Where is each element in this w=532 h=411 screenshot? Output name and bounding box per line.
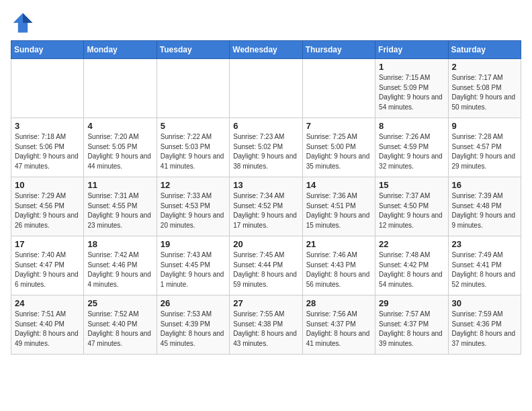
calendar-cell: 28Sunrise: 7:56 AM Sunset: 4:37 PM Dayli… xyxy=(302,295,375,355)
day-info: Sunrise: 7:20 AM Sunset: 5:05 PM Dayligh… xyxy=(87,132,152,171)
calendar-week-row: 10Sunrise: 7:29 AM Sunset: 4:56 PM Dayli… xyxy=(11,177,521,236)
day-info: Sunrise: 7:22 AM Sunset: 5:03 PM Dayligh… xyxy=(161,132,226,171)
calendar-cell: 25Sunrise: 7:52 AM Sunset: 4:40 PM Dayli… xyxy=(84,295,157,355)
calendar-cell: 14Sunrise: 7:36 AM Sunset: 4:51 PM Dayli… xyxy=(302,177,375,236)
calendar-cell: 13Sunrise: 7:34 AM Sunset: 4:52 PM Dayli… xyxy=(230,177,302,236)
calendar-cell: 20Sunrise: 7:45 AM Sunset: 4:44 PM Dayli… xyxy=(230,236,302,295)
day-info: Sunrise: 7:59 AM Sunset: 4:36 PM Dayligh… xyxy=(452,310,517,349)
day-info: Sunrise: 7:29 AM Sunset: 4:56 PM Dayligh… xyxy=(15,191,80,230)
day-number: 15 xyxy=(379,180,444,190)
day-info: Sunrise: 7:17 AM Sunset: 5:08 PM Dayligh… xyxy=(452,73,517,112)
day-info: Sunrise: 7:46 AM Sunset: 4:43 PM Dayligh… xyxy=(306,250,371,289)
day-info: Sunrise: 7:23 AM Sunset: 5:02 PM Dayligh… xyxy=(233,132,298,171)
calendar-cell: 3Sunrise: 7:18 AM Sunset: 5:06 PM Daylig… xyxy=(11,118,84,177)
day-number: 13 xyxy=(233,180,298,190)
calendar-cell xyxy=(302,59,375,118)
day-number: 10 xyxy=(15,180,80,190)
calendar-cell: 1Sunrise: 7:15 AM Sunset: 5:09 PM Daylig… xyxy=(375,59,448,118)
day-number: 3 xyxy=(15,121,80,131)
calendar-cell xyxy=(84,59,157,118)
calendar-cell: 9Sunrise: 7:28 AM Sunset: 4:57 PM Daylig… xyxy=(448,118,521,177)
calendar-cell: 12Sunrise: 7:33 AM Sunset: 4:53 PM Dayli… xyxy=(157,177,229,236)
day-number: 20 xyxy=(233,239,298,249)
calendar-cell: 16Sunrise: 7:39 AM Sunset: 4:48 PM Dayli… xyxy=(448,177,521,236)
svg-marker-1 xyxy=(23,13,32,23)
calendar-cell: 11Sunrise: 7:31 AM Sunset: 4:55 PM Dayli… xyxy=(84,177,157,236)
calendar-cell: 23Sunrise: 7:49 AM Sunset: 4:41 PM Dayli… xyxy=(448,236,521,295)
weekday-header: Friday xyxy=(375,41,448,59)
weekday-header: Thursday xyxy=(302,41,375,59)
day-number: 8 xyxy=(379,121,444,131)
calendar-cell: 19Sunrise: 7:43 AM Sunset: 4:45 PM Dayli… xyxy=(157,236,229,295)
calendar-cell: 15Sunrise: 7:37 AM Sunset: 4:50 PM Dayli… xyxy=(375,177,448,236)
weekday-header: Saturday xyxy=(448,41,521,59)
day-number: 23 xyxy=(452,239,517,249)
day-number: 9 xyxy=(452,121,517,131)
weekday-header: Monday xyxy=(84,41,157,59)
day-info: Sunrise: 7:31 AM Sunset: 4:55 PM Dayligh… xyxy=(87,191,152,230)
day-info: Sunrise: 7:18 AM Sunset: 5:06 PM Dayligh… xyxy=(15,132,80,171)
calendar-cell xyxy=(230,59,302,118)
day-info: Sunrise: 7:26 AM Sunset: 4:59 PM Dayligh… xyxy=(379,132,444,171)
page-header xyxy=(11,11,521,35)
calendar-cell: 7Sunrise: 7:25 AM Sunset: 5:00 PM Daylig… xyxy=(302,118,375,177)
day-info: Sunrise: 7:42 AM Sunset: 4:46 PM Dayligh… xyxy=(87,250,152,289)
day-number: 22 xyxy=(379,239,444,249)
calendar-cell: 24Sunrise: 7:51 AM Sunset: 4:40 PM Dayli… xyxy=(11,295,84,355)
day-number: 12 xyxy=(161,180,226,190)
day-number: 24 xyxy=(15,298,80,308)
calendar-week-row: 17Sunrise: 7:40 AM Sunset: 4:47 PM Dayli… xyxy=(11,236,521,295)
calendar-cell: 30Sunrise: 7:59 AM Sunset: 4:36 PM Dayli… xyxy=(448,295,521,355)
calendar-cell xyxy=(157,59,229,118)
calendar-cell: 27Sunrise: 7:55 AM Sunset: 4:38 PM Dayli… xyxy=(230,295,302,355)
day-info: Sunrise: 7:15 AM Sunset: 5:09 PM Dayligh… xyxy=(379,73,444,112)
day-info: Sunrise: 7:28 AM Sunset: 4:57 PM Dayligh… xyxy=(452,132,517,171)
day-info: Sunrise: 7:40 AM Sunset: 4:47 PM Dayligh… xyxy=(15,250,80,289)
calendar-cell: 2Sunrise: 7:17 AM Sunset: 5:08 PM Daylig… xyxy=(448,59,521,118)
day-number: 1 xyxy=(379,62,444,72)
calendar-cell: 5Sunrise: 7:22 AM Sunset: 5:03 PM Daylig… xyxy=(157,118,229,177)
day-info: Sunrise: 7:34 AM Sunset: 4:52 PM Dayligh… xyxy=(233,191,298,230)
day-info: Sunrise: 7:39 AM Sunset: 4:48 PM Dayligh… xyxy=(452,191,517,230)
day-number: 26 xyxy=(161,298,226,308)
calendar-cell: 6Sunrise: 7:23 AM Sunset: 5:02 PM Daylig… xyxy=(230,118,302,177)
day-info: Sunrise: 7:25 AM Sunset: 5:00 PM Dayligh… xyxy=(306,132,371,171)
day-info: Sunrise: 7:43 AM Sunset: 4:45 PM Dayligh… xyxy=(161,250,226,289)
day-number: 30 xyxy=(452,298,517,308)
day-info: Sunrise: 7:53 AM Sunset: 4:39 PM Dayligh… xyxy=(161,310,226,349)
day-info: Sunrise: 7:52 AM Sunset: 4:40 PM Dayligh… xyxy=(87,310,152,349)
logo-icon xyxy=(11,11,35,35)
day-info: Sunrise: 7:45 AM Sunset: 4:44 PM Dayligh… xyxy=(233,250,298,289)
day-number: 14 xyxy=(306,180,371,190)
calendar-cell xyxy=(11,59,84,118)
calendar-cell: 29Sunrise: 7:57 AM Sunset: 4:37 PM Dayli… xyxy=(375,295,448,355)
logo xyxy=(11,11,38,35)
day-number: 7 xyxy=(306,121,371,131)
calendar-week-row: 3Sunrise: 7:18 AM Sunset: 5:06 PM Daylig… xyxy=(11,118,521,177)
day-info: Sunrise: 7:37 AM Sunset: 4:50 PM Dayligh… xyxy=(379,191,444,230)
calendar-table: SundayMondayTuesdayWednesdayThursdayFrid… xyxy=(11,40,521,355)
day-info: Sunrise: 7:49 AM Sunset: 4:41 PM Dayligh… xyxy=(452,250,517,289)
weekday-header: Sunday xyxy=(11,41,84,59)
day-number: 25 xyxy=(87,298,152,308)
calendar-cell: 17Sunrise: 7:40 AM Sunset: 4:47 PM Dayli… xyxy=(11,236,84,295)
day-number: 5 xyxy=(161,121,226,131)
calendar-cell: 8Sunrise: 7:26 AM Sunset: 4:59 PM Daylig… xyxy=(375,118,448,177)
day-info: Sunrise: 7:51 AM Sunset: 4:40 PM Dayligh… xyxy=(15,310,80,349)
day-info: Sunrise: 7:33 AM Sunset: 4:53 PM Dayligh… xyxy=(161,191,226,230)
weekday-header: Wednesday xyxy=(230,41,302,59)
weekday-header-row: SundayMondayTuesdayWednesdayThursdayFrid… xyxy=(11,41,521,59)
calendar-cell: 4Sunrise: 7:20 AM Sunset: 5:05 PM Daylig… xyxy=(84,118,157,177)
day-number: 19 xyxy=(161,239,226,249)
day-number: 16 xyxy=(452,180,517,190)
day-info: Sunrise: 7:56 AM Sunset: 4:37 PM Dayligh… xyxy=(306,310,371,349)
calendar-cell: 10Sunrise: 7:29 AM Sunset: 4:56 PM Dayli… xyxy=(11,177,84,236)
calendar-cell: 26Sunrise: 7:53 AM Sunset: 4:39 PM Dayli… xyxy=(157,295,229,355)
day-info: Sunrise: 7:48 AM Sunset: 4:42 PM Dayligh… xyxy=(379,250,444,289)
calendar-cell: 22Sunrise: 7:48 AM Sunset: 4:42 PM Dayli… xyxy=(375,236,448,295)
calendar-cell: 18Sunrise: 7:42 AM Sunset: 4:46 PM Dayli… xyxy=(84,236,157,295)
weekday-header: Tuesday xyxy=(157,41,229,59)
day-number: 4 xyxy=(87,121,152,131)
day-number: 29 xyxy=(379,298,444,308)
day-info: Sunrise: 7:36 AM Sunset: 4:51 PM Dayligh… xyxy=(306,191,371,230)
